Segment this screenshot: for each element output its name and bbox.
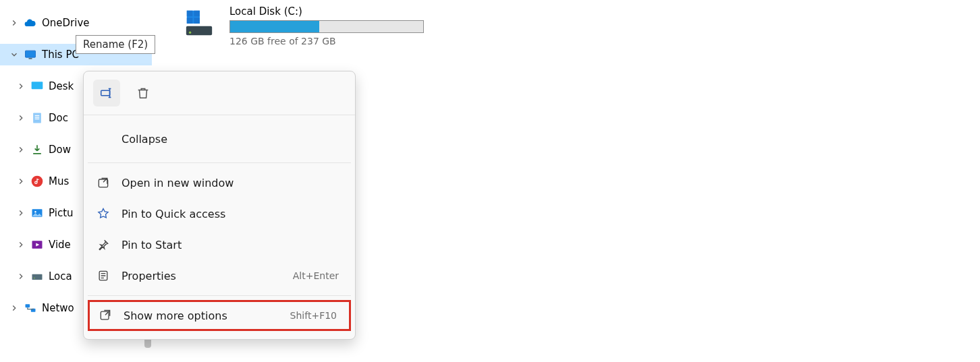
show-more-icon (98, 309, 113, 322)
disk-tile[interactable]: Local Disk (C:) 126 GB free of 237 GB (182, 5, 424, 47)
tree-label: Netwo (42, 302, 74, 314)
star-icon (96, 207, 111, 220)
chevron-right-icon (9, 303, 19, 313)
svg-rect-12 (32, 274, 43, 280)
menu-label: Pin to Quick access (121, 208, 343, 220)
menu-shortcut: Shift+F10 (290, 310, 341, 321)
svg-rect-18 (194, 11, 200, 17)
menu-show-more-options[interactable]: Show more options Shift+F10 (88, 300, 351, 331)
open-new-window-icon (96, 176, 111, 189)
tree-label: Doc (49, 112, 68, 124)
context-menu: Collapse Open in new window Pin to Quick… (83, 71, 356, 340)
disk-info: Local Disk (C:) 126 GB free of 237 GB (229, 5, 424, 47)
network-icon (23, 301, 38, 315)
menu-label: Open in new window (121, 177, 343, 189)
tree-label: Mus (49, 175, 69, 187)
properties-icon (96, 269, 111, 282)
svg-rect-24 (99, 179, 107, 187)
svg-point-13 (34, 278, 35, 279)
desktop-icon (30, 79, 45, 94)
tooltip-text: Rename (F2) (83, 38, 148, 51)
drive-icon (182, 5, 216, 39)
svg-rect-20 (194, 18, 200, 24)
menu-label: Pin to Start (121, 239, 343, 251)
menu-pin-quick-access[interactable]: Pin to Quick access (88, 198, 351, 229)
svg-rect-19 (187, 18, 193, 24)
rename-button[interactable] (93, 80, 120, 107)
chevron-right-icon (16, 82, 26, 91)
svg-rect-3 (32, 82, 43, 89)
disk-title: Local Disk (C:) (229, 5, 424, 18)
menu-open-new-window[interactable]: Open in new window (88, 167, 351, 198)
chevron-right-icon (16, 145, 26, 154)
chevron-right-icon (16, 208, 26, 218)
svg-rect-17 (187, 11, 193, 17)
tree-label: This PC (42, 49, 79, 61)
download-icon (30, 142, 45, 157)
chevron-down-icon (9, 50, 19, 59)
chevron-right-icon (16, 240, 26, 249)
monitor-icon (23, 47, 38, 62)
svg-rect-23 (101, 90, 110, 95)
svg-rect-0 (26, 51, 36, 57)
menu-label: Properties (121, 270, 282, 282)
svg-point-22 (189, 32, 191, 34)
chevron-right-icon (9, 18, 19, 28)
svg-rect-2 (29, 58, 32, 59)
tree-label: Loca (49, 270, 72, 282)
music-icon (30, 174, 45, 189)
tree-item-onedrive[interactable]: OneDrive (0, 12, 152, 34)
chevron-right-icon (16, 113, 26, 123)
pictures-icon (30, 206, 45, 220)
chevron-right-icon (16, 272, 26, 281)
tree-label: Pictu (49, 207, 74, 219)
tooltip-rename: Rename (F2) (76, 35, 155, 54)
context-toolbar (84, 76, 355, 115)
svg-rect-14 (26, 304, 30, 307)
menu-pin-start[interactable]: Pin to Start (88, 229, 351, 260)
delete-button[interactable] (130, 80, 157, 107)
tree-label: Desk (49, 80, 74, 92)
disk-free-text: 126 GB free of 237 GB (229, 36, 424, 47)
drive-icon (30, 269, 45, 284)
svg-rect-6 (35, 117, 40, 117)
svg-rect-5 (35, 115, 40, 116)
videos-icon (30, 237, 45, 252)
tree-label: Dow (49, 144, 71, 156)
documents-icon (30, 111, 45, 125)
menu-properties[interactable]: Properties Alt+Enter (88, 260, 351, 291)
disk-usage-bar (229, 20, 424, 33)
menu-label: Collapse (121, 133, 343, 146)
svg-rect-4 (33, 113, 41, 123)
svg-rect-7 (35, 119, 40, 119)
chevron-right-icon (16, 177, 26, 186)
pin-icon (96, 238, 111, 251)
svg-point-10 (34, 211, 36, 213)
tree-label: OneDrive (42, 17, 90, 29)
menu-collapse[interactable]: Collapse (88, 119, 351, 158)
cloud-icon (23, 16, 38, 30)
menu-shortcut: Alt+Enter (293, 270, 343, 281)
tree-label: Vide (49, 239, 71, 251)
menu-label: Show more options (124, 309, 279, 322)
svg-rect-21 (186, 26, 212, 35)
